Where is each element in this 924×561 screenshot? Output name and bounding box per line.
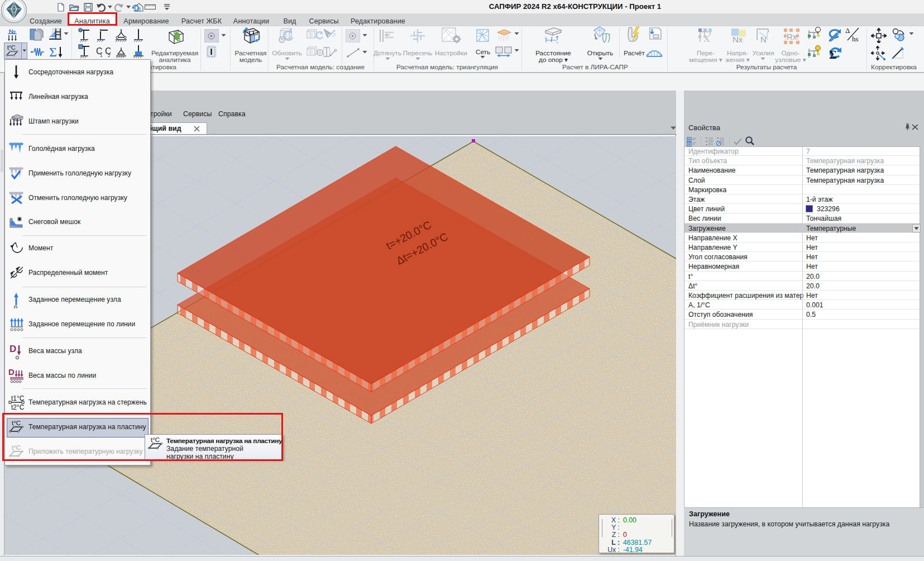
svg-text:l: l — [550, 36, 553, 44]
svg-text:Nx: Nx — [733, 35, 743, 44]
svg-text:X: X — [703, 34, 710, 44]
svg-text:1: 1 — [100, 53, 103, 58]
svg-text:N: N — [760, 35, 767, 44]
svg-text:hs: hs — [852, 35, 859, 42]
svg-text:D: D — [8, 368, 15, 377]
svg-text:Σ: Σ — [829, 48, 837, 60]
svg-text:Σ: Σ — [49, 46, 57, 58]
svg-text:Δ: Δ — [845, 27, 850, 35]
svg-text:Rx: Rx — [787, 32, 797, 41]
svg-text:D: D — [9, 344, 16, 354]
svg-text:t°C: t°C — [7, 44, 16, 51]
svg-text:t2°C: t2°C — [11, 403, 25, 411]
svg-text:2: 2 — [108, 53, 111, 58]
